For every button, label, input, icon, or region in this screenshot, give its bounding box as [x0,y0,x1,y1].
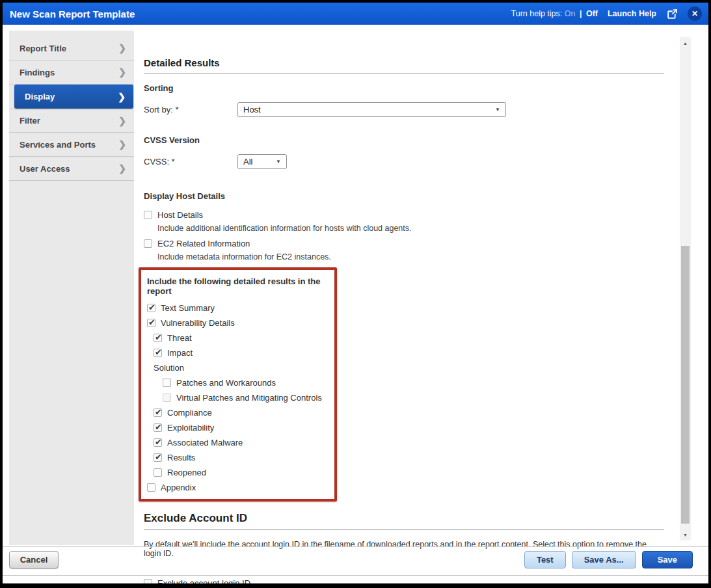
vulnerability-details-checkbox[interactable]: ✔ [147,319,155,327]
sidebar-item-label: Findings [20,68,55,77]
cancel-button[interactable]: Cancel [9,551,59,568]
annotation-highlight-box: Include the following detailed results i… [139,267,337,501]
help-tips-on-link[interactable]: On [565,9,576,18]
chevron-right-icon: ❯ [118,163,126,174]
help-tips-separator: | [580,9,582,18]
chevron-right-icon: ❯ [118,92,126,102]
checkbox-row-compliance: ✔Compliance [154,408,330,418]
checkbox-label: Compliance [167,408,212,418]
sidebar-item-label: Display [25,92,55,101]
dropdown-arrow-icon: ▼ [276,159,281,165]
impact-checkbox[interactable]: ✔ [154,349,162,357]
exclude-account-row: Exclude account login ID [144,578,665,583]
checkbox-label: Solution [154,363,184,373]
footer-action-buttons: Test Save As... Save [524,551,693,568]
title-bar-actions: Turn help tips: On | Off Launch Help ✕ [511,7,702,21]
chevron-right-icon: ❯ [118,43,126,53]
save-button[interactable]: Save [642,551,693,568]
scrollbar-thumb[interactable] [681,246,690,524]
launch-help-link[interactable]: Launch Help [608,9,656,18]
sidebar-item-label: User Access [20,164,70,174]
dialog-title: New Scan Report Template [10,8,511,20]
appendix-checkbox[interactable] [147,483,155,492]
sidebar-item-findings[interactable]: Findings❯ [9,60,134,85]
sidebar-item-user-access[interactable]: User Access❯ [9,157,134,181]
checkbox-label: Impact [167,348,193,358]
checkbox-label: EC2 Related Information [157,239,250,248]
sidebar-item-services-and-ports[interactable]: Services and Ports❯ [9,133,134,157]
checkbox-row-reopened: Reopened [154,468,330,477]
checkbox-row-text-summary: ✔Text Summary [147,303,330,313]
checkbox-row-ec2-related-information: EC2 Related Information [144,239,665,248]
cvss-label: CVSS: * [144,157,237,167]
reopened-checkbox[interactable] [154,468,162,477]
include-results-heading: Include the following detailed results i… [147,276,330,296]
text-summary-checkbox[interactable]: ✔ [147,304,155,312]
checkbox-label: Results [167,453,195,462]
sidebar: Report Title❯Findings❯Display❯Filter❯Ser… [9,31,134,545]
help-tips-off-link[interactable]: Off [586,9,598,18]
checkbox-label: Text Summary [161,303,215,313]
checkbox-label: Virtual Patches and Mitigating Controls [176,393,322,403]
checkbox-row-patches-and-workarounds: Patches and Workarounds [163,378,330,388]
exploitability-checkbox[interactable]: ✔ [154,423,162,432]
new-scan-report-template-dialog: New Scan Report Template Turn help tips:… [3,3,708,583]
sidebar-item-filter[interactable]: Filter❯ [9,109,134,133]
close-icon[interactable]: ✕ [688,7,702,21]
checkbox-label: Host Details [157,210,203,220]
sidebar-item-display[interactable]: Display❯ [14,85,133,109]
ec2-related-information-checkbox[interactable] [144,239,152,248]
checkbox-row-impact: ✔Impact [154,348,330,358]
checkbox-row-host-details: Host Details [144,210,665,220]
sorting-heading: Sorting [144,83,665,93]
associated-malware-checkbox[interactable]: ✔ [154,438,162,447]
sidebar-item-label: Filter [20,116,40,126]
dropdown-arrow-icon: ▼ [495,107,500,113]
cvss-value: All [243,157,252,167]
open-in-new-window-icon[interactable] [666,8,678,20]
cvss-row: CVSS: * All ▼ [144,154,665,169]
footer-divider-bottom [3,575,708,576]
chevron-right-icon: ❯ [118,139,126,150]
sort-by-row: Sort by: * Host ▼ [144,102,665,117]
checkbox-row-appendix: Appendix [147,483,330,492]
sort-by-value: Host [243,105,261,114]
exclude-account-checkbox-label: Exclude account login ID [157,578,250,583]
threat-checkbox[interactable]: ✔ [154,334,162,342]
footer-divider-top [3,546,708,547]
include-options: ✔Text Summary✔Vulnerability Details✔Thre… [147,303,330,492]
main-content: Detailed Results Sorting Sort by: * Host… [144,57,665,583]
cvss-select[interactable]: All ▼ [237,154,287,169]
checkbox-row-results: ✔Results [154,453,330,462]
checkbox-row-solution: Solution [154,363,330,373]
chevron-right-icon: ❯ [118,116,126,126]
checkbox-row-vulnerability-details: ✔Vulnerability Details [147,318,330,328]
scroll-down-icon[interactable]: ▼ [680,529,691,540]
results-checkbox[interactable]: ✔ [154,453,162,462]
exclude-account-id-heading: Exclude Account ID [144,512,664,530]
checkbox-label: Exploitability [167,423,214,433]
checkbox-label: Appendix [161,483,196,492]
checkbox-row-threat: ✔Threat [154,333,330,343]
save-as-button[interactable]: Save As... [572,551,636,568]
display-host-details-heading: Display Host Details [144,191,665,201]
patches-and-workarounds-checkbox[interactable] [163,379,171,387]
compliance-checkbox[interactable]: ✔ [154,408,162,417]
checkbox-row-exploitability: ✔Exploitability [154,423,330,433]
host-options: Host DetailsInclude additional identific… [144,210,665,261]
sidebar-item-report-title[interactable]: Report Title❯ [9,36,134,60]
checkbox-label: Associated Malware [167,438,243,448]
chevron-right-icon: ❯ [118,67,126,77]
checkbox-label: Vulnerability Details [161,318,235,328]
exclude-account-login-id-checkbox[interactable] [144,579,152,583]
virtual-patches-and-mitigating-controls-checkbox[interactable] [163,394,171,402]
sort-by-label: Sort by: * [144,105,237,114]
test-button[interactable]: Test [524,551,566,568]
detailed-results-heading: Detailed Results [144,57,664,74]
sidebar-item-label: Services and Ports [20,140,96,150]
host-details-checkbox[interactable] [144,211,152,219]
sort-by-select[interactable]: Host ▼ [237,102,506,117]
checkbox-label: Threat [167,333,192,343]
scroll-up-icon[interactable]: ▲ [680,38,691,48]
vertical-scrollbar[interactable]: ▲ ▼ [680,37,691,541]
